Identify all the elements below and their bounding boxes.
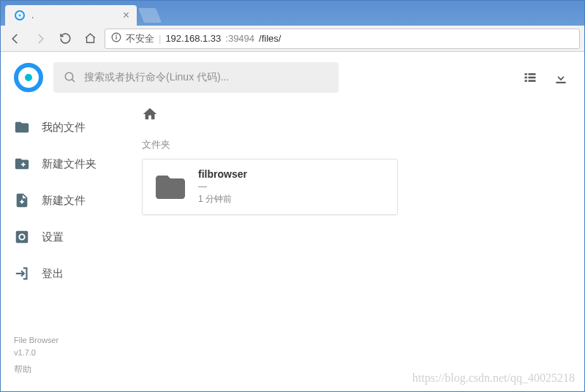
- close-icon[interactable]: ×: [123, 10, 129, 21]
- app-logo: [14, 63, 43, 92]
- app-body: 我的文件 新建文件夹 新建文件 设置 登出 File Browser v1.7: [1, 102, 584, 391]
- home-button[interactable]: [80, 29, 100, 49]
- new-tab-button[interactable]: [138, 8, 162, 23]
- sidebar-item-label: 新建文件: [42, 194, 86, 208]
- download-button[interactable]: [551, 67, 571, 88]
- section-label: 文件夹: [142, 138, 571, 151]
- sidebar-item-label: 登出: [42, 267, 64, 281]
- app-header: 搜索或者执行命令(Linux 代码)...: [1, 52, 584, 102]
- folder-card[interactable]: filbrowser — 1 分钟前: [142, 159, 398, 215]
- file-time: 1 分钟前: [198, 193, 247, 206]
- new-file-icon: [14, 192, 30, 208]
- sidebar-item-label: 新建文件夹: [42, 157, 97, 171]
- svg-rect-10: [529, 77, 536, 79]
- sidebar-item-new-file[interactable]: 新建文件: [1, 182, 129, 219]
- sidebar-item-new-folder[interactable]: 新建文件夹: [1, 146, 129, 182]
- tab-favicon: [14, 10, 26, 21]
- app-name: File Browser: [14, 334, 116, 347]
- svg-rect-9: [525, 77, 527, 79]
- svg-point-1: [19, 15, 21, 17]
- main-content: 文件夹 filbrowser — 1 分钟前: [129, 102, 584, 391]
- file-size: —: [198, 181, 247, 192]
- tab-title: .: [31, 10, 34, 20]
- svg-rect-12: [529, 80, 536, 82]
- reload-button[interactable]: [55, 29, 75, 49]
- sidebar-item-settings[interactable]: 设置: [1, 219, 129, 255]
- url-host: 192.168.1.33: [165, 33, 221, 44]
- file-grid: filbrowser — 1 分钟前: [142, 159, 571, 215]
- app-version: v1.7.0: [14, 347, 116, 360]
- svg-point-4: [116, 35, 117, 36]
- address-bar: 不安全 | 192.168.1.33:39494/files/: [1, 26, 584, 52]
- browser-tab[interactable]: . ×: [5, 5, 137, 26]
- forward-button[interactable]: [30, 29, 50, 49]
- browser-chrome: . × 不安全 | 192.168.1.33:39494/files/: [1, 1, 584, 52]
- svg-rect-11: [525, 80, 527, 82]
- sidebar-item-label: 我的文件: [42, 121, 86, 135]
- sidebar-item-logout[interactable]: 登出: [1, 255, 129, 292]
- svg-point-5: [65, 72, 73, 80]
- svg-rect-8: [529, 73, 536, 75]
- sidebar-item-my-files[interactable]: 我的文件: [1, 109, 129, 146]
- svg-line-6: [72, 79, 75, 82]
- url-path: /files/: [259, 33, 281, 44]
- home-icon: [142, 106, 158, 122]
- search-icon: [64, 71, 77, 84]
- url-input[interactable]: 不安全 | 192.168.1.33:39494/files/: [105, 29, 580, 49]
- folder-icon: [14, 119, 30, 135]
- back-button[interactable]: [5, 29, 26, 49]
- app-root: 搜索或者执行命令(Linux 代码)... 我的文件 新建文件夹 新建文件: [1, 52, 584, 391]
- folder-icon: [153, 170, 188, 205]
- file-name: filbrowser: [198, 168, 247, 180]
- file-info: filbrowser — 1 分钟前: [198, 168, 247, 206]
- sidebar-item-label: 设置: [42, 230, 64, 244]
- svg-rect-13: [556, 82, 565, 83]
- list-view-button[interactable]: [520, 67, 540, 88]
- svg-rect-7: [525, 73, 527, 75]
- sidebar: 我的文件 新建文件夹 新建文件 设置 登出 File Browser v1.7: [1, 102, 129, 391]
- search-input[interactable]: 搜索或者执行命令(Linux 代码)...: [53, 62, 339, 93]
- sidebar-footer: File Browser v1.7.0 帮助: [1, 328, 129, 382]
- logout-icon: [14, 265, 30, 282]
- search-placeholder: 搜索或者执行命令(Linux 代码)...: [84, 71, 229, 84]
- breadcrumb-home[interactable]: [142, 106, 571, 125]
- url-port: :39494: [225, 33, 254, 44]
- help-link[interactable]: 帮助: [14, 363, 116, 377]
- info-icon: [111, 32, 121, 45]
- security-label: 不安全: [126, 32, 154, 45]
- settings-icon: [14, 229, 30, 245]
- tab-bar: . ×: [1, 1, 584, 26]
- new-folder-icon: [14, 156, 30, 172]
